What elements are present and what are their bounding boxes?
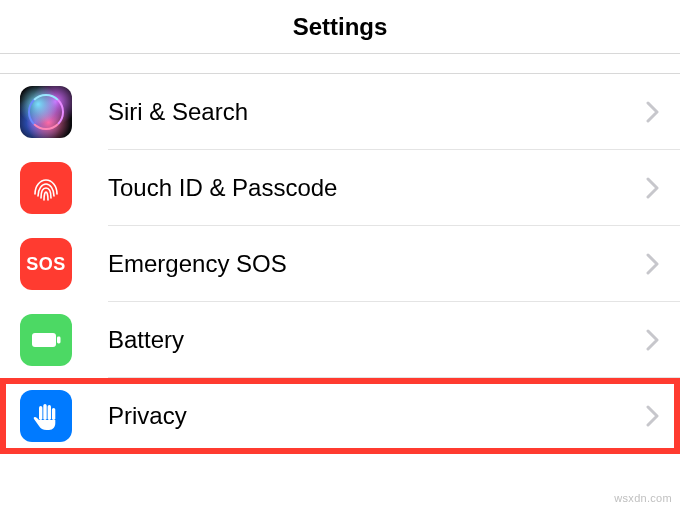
chevron-right-icon [646,405,660,427]
sos-icon-text: SOS [26,254,66,275]
group-separator [0,54,680,74]
row-battery[interactable]: Battery [0,302,680,378]
fingerprint-icon [20,162,72,214]
battery-icon [20,314,72,366]
chevron-right-icon [646,329,660,351]
row-privacy[interactable]: Privacy [0,378,680,454]
svg-rect-2 [39,406,42,420]
chevron-right-icon [646,177,660,199]
svg-rect-3 [43,404,46,420]
chevron-right-icon [646,101,660,123]
siri-icon [20,86,72,138]
watermark: wsxdn.com [614,492,672,504]
row-label: Emergency SOS [108,250,646,278]
row-touch-id-passcode[interactable]: Touch ID & Passcode [0,150,680,226]
row-siri-search[interactable]: Siri & Search [0,74,680,150]
row-label: Privacy [108,402,646,430]
row-emergency-sos[interactable]: SOS Emergency SOS [0,226,680,302]
row-label: Battery [108,326,646,354]
svg-rect-5 [52,408,55,420]
svg-rect-4 [48,405,51,420]
chevron-right-icon [646,253,660,275]
row-label: Touch ID & Passcode [108,174,646,202]
page-title: Settings [293,13,388,41]
header: Settings [0,0,680,54]
row-label: Siri & Search [108,98,646,126]
svg-rect-0 [32,333,56,347]
svg-rect-1 [57,337,61,344]
sos-icon: SOS [20,238,72,290]
hand-icon [20,390,72,442]
